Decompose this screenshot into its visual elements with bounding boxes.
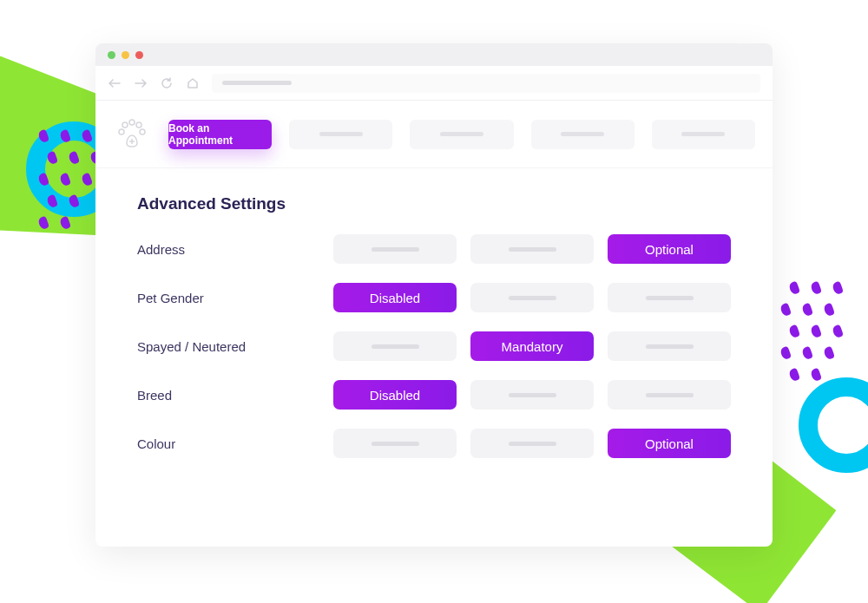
svg-point-3 xyxy=(140,129,145,134)
option-disabled[interactable] xyxy=(333,234,457,264)
tab-label: Book an Appointment xyxy=(168,122,272,147)
option-mandatory[interactable] xyxy=(470,380,594,410)
option-disabled[interactable] xyxy=(333,429,457,458)
option-label: Mandatory xyxy=(502,339,563,354)
window-maximize-icon[interactable] xyxy=(122,51,129,59)
option-optional[interactable] xyxy=(608,331,731,361)
row-label: Breed xyxy=(137,388,319,403)
option-placeholder xyxy=(509,393,556,397)
reload-icon[interactable] xyxy=(160,77,174,89)
browser-window: Book an Appointment Advanced Settings Ad… xyxy=(95,43,773,547)
option-placeholder xyxy=(509,296,556,300)
option-label: Optional xyxy=(645,242,694,257)
svg-point-2 xyxy=(136,122,141,128)
option-placeholder xyxy=(646,393,694,397)
settings-row: AddressOptional xyxy=(137,234,731,264)
url-placeholder xyxy=(222,81,292,85)
tab-placeholder-2[interactable] xyxy=(289,120,392,149)
option-disabled[interactable]: Disabled xyxy=(333,380,457,410)
window-close-icon[interactable] xyxy=(135,51,143,59)
option-mandatory[interactable] xyxy=(470,429,594,458)
decor-dots-bottom xyxy=(781,282,859,403)
row-label: Pet Gender xyxy=(137,291,319,305)
tab-book-appointment[interactable]: Book an Appointment xyxy=(168,120,272,149)
option-optional[interactable] xyxy=(608,380,731,410)
section-title: Advanced Settings xyxy=(137,194,731,213)
option-mandatory[interactable]: Mandatory xyxy=(470,331,594,361)
option-mandatory[interactable] xyxy=(470,234,594,264)
option-label: Disabled xyxy=(370,291,420,305)
option-placeholder xyxy=(646,344,694,349)
row-label: Colour xyxy=(137,436,319,451)
row-label: Address xyxy=(137,242,319,257)
settings-row: Pet GenderDisabled xyxy=(137,283,731,312)
home-icon[interactable] xyxy=(186,77,200,89)
settings-row: Spayed / NeuteredMandatory xyxy=(137,331,731,361)
option-optional[interactable]: Optional xyxy=(608,234,731,264)
tab-placeholder-5[interactable] xyxy=(652,120,755,149)
url-input[interactable] xyxy=(212,74,760,93)
settings-row: ColourOptional xyxy=(137,429,731,458)
option-mandatory[interactable] xyxy=(470,283,594,312)
option-optional[interactable]: Optional xyxy=(608,429,731,458)
app-navbar: Book an Appointment xyxy=(95,101,773,168)
option-placeholder xyxy=(509,442,556,446)
window-titlebar xyxy=(95,43,773,66)
forward-icon[interactable] xyxy=(134,79,148,88)
browser-toolbar xyxy=(95,66,773,101)
option-placeholder xyxy=(646,296,694,300)
option-placeholder xyxy=(509,247,556,252)
row-label: Spayed / Neutered xyxy=(137,339,319,354)
svg-point-0 xyxy=(122,122,128,128)
settings-content: Advanced Settings AddressOptionalPet Gen… xyxy=(95,168,773,495)
back-icon[interactable] xyxy=(108,79,122,88)
svg-point-1 xyxy=(129,120,135,125)
paw-logo-icon xyxy=(113,115,151,154)
option-disabled[interactable]: Disabled xyxy=(333,283,457,312)
svg-point-4 xyxy=(119,129,124,134)
option-disabled[interactable] xyxy=(333,331,457,361)
tab-placeholder-4[interactable] xyxy=(531,120,635,149)
option-placeholder xyxy=(372,247,419,252)
option-optional[interactable] xyxy=(608,283,731,312)
tab-placeholder-3[interactable] xyxy=(410,120,513,149)
settings-row: BreedDisabled xyxy=(137,380,731,410)
option-placeholder xyxy=(372,344,419,349)
window-minimize-icon[interactable] xyxy=(108,51,115,59)
option-label: Optional xyxy=(645,436,694,451)
option-placeholder xyxy=(372,442,419,446)
option-label: Disabled xyxy=(370,388,420,403)
